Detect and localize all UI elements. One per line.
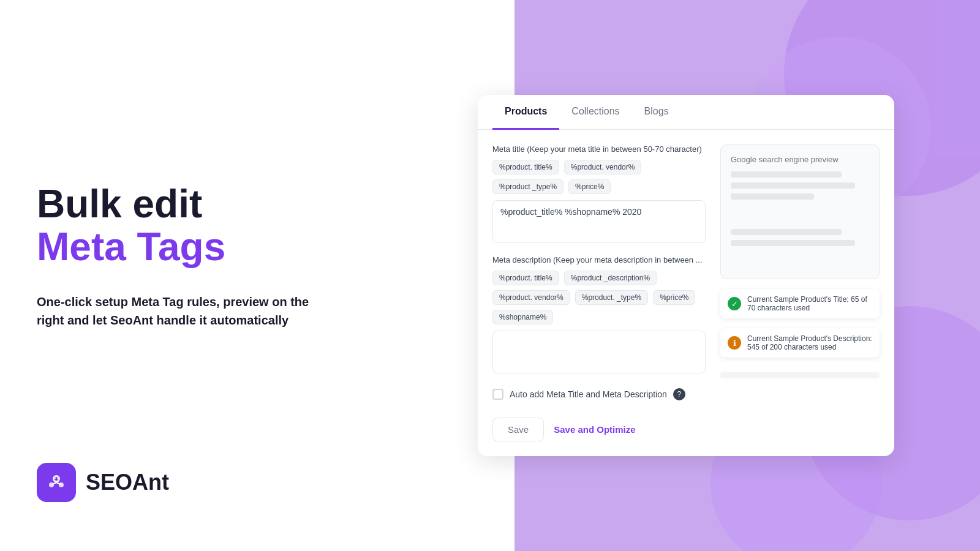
tag-desc-product-type[interactable]: %product. _type%: [575, 290, 648, 305]
left-panel: Bulk edit Meta Tags One-click setup Meta…: [0, 0, 392, 551]
logo-area: SEOAnt: [37, 463, 355, 502]
tag-product-vendor[interactable]: %product. vendor%: [564, 160, 642, 174]
status-badge-title: ✓ Current Sample Product's Title: 65 of …: [720, 289, 880, 318]
google-preview-title: Google search engine preview: [731, 155, 869, 164]
preview-bottom-line: [720, 372, 880, 378]
tag-desc-product-vendor[interactable]: %product. vendor%: [492, 290, 570, 305]
tag-desc-product-title[interactable]: %product. title%: [492, 271, 559, 285]
google-preview-box: Google search engine preview: [720, 144, 880, 279]
tag-desc-product-description[interactable]: %product _description%: [564, 271, 657, 285]
status-badge-description: ℹ Current Sample Product's Description: …: [720, 328, 880, 358]
preview-line-4: [731, 229, 842, 235]
meta-description-input[interactable]: [492, 331, 706, 373]
subtitle: One-click setup Meta Tag rules, preview …: [37, 293, 331, 329]
card-body: Meta title (Keep your meta title in betw…: [478, 130, 894, 456]
buttons-row: Save Save and Optimize: [492, 418, 706, 441]
tabs: Products Collections Blogs: [478, 95, 894, 130]
tag-price[interactable]: %price%: [568, 179, 611, 194]
status-description-text: Current Sample Product's Description: 54…: [747, 334, 872, 351]
status-title-text: Current Sample Product's Title: 65 of 70…: [747, 295, 872, 312]
tab-collections[interactable]: Collections: [559, 95, 631, 130]
auto-add-row: Auto add Meta Title and Meta Description…: [492, 388, 706, 400]
info-icon: ℹ: [728, 336, 741, 350]
tag-desc-shopname[interactable]: %shopname%: [492, 310, 553, 324]
headline-black: Bulk edit: [37, 182, 355, 225]
auto-add-checkbox[interactable]: [492, 389, 503, 400]
svg-point-7: [57, 478, 58, 479]
preview-line-1: [731, 171, 842, 178]
preview-line-2: [731, 182, 855, 189]
save-button[interactable]: Save: [492, 418, 544, 441]
tag-product-type[interactable]: %product _type%: [492, 179, 564, 194]
main-card: Products Collections Blogs Meta title (K…: [478, 95, 894, 456]
meta-description-label: Meta description (Keep your meta descrip…: [492, 255, 706, 264]
left-form: Meta title (Keep your meta title in betw…: [492, 144, 706, 441]
meta-title-section: Meta title (Keep your meta title in betw…: [492, 144, 706, 243]
tab-blogs[interactable]: Blogs: [632, 95, 681, 130]
left-content: Bulk edit Meta Tags One-click setup Meta…: [37, 49, 355, 438]
save-optimize-button[interactable]: Save and Optimize: [554, 418, 635, 441]
tab-products[interactable]: Products: [492, 95, 559, 130]
preview-line-3: [731, 193, 814, 200]
seoant-logo-icon: [37, 463, 76, 502]
headline-purple: Meta Tags: [37, 225, 355, 268]
meta-title-input[interactable]: %product_title% %shopname% 2020: [492, 200, 706, 243]
help-icon[interactable]: ?: [673, 388, 685, 400]
meta-description-section: Meta description (Keep your meta descrip…: [492, 255, 706, 373]
meta-description-tags: %product. title% %product _description% …: [492, 271, 706, 324]
auto-add-label: Auto add Meta Title and Meta Description: [510, 389, 667, 399]
preview-line-5: [731, 240, 855, 246]
meta-title-tags: %product. title% %product. vendor% %prod…: [492, 160, 706, 194]
svg-point-5: [55, 477, 58, 481]
tag-product-title[interactable]: %product. title%: [492, 160, 559, 174]
svg-point-6: [55, 478, 56, 479]
right-panel: Products Collections Blogs Meta title (K…: [392, 0, 980, 551]
meta-title-label: Meta title (Keep your meta title in betw…: [492, 144, 706, 154]
right-preview: Google search engine preview ✓ Current S…: [720, 144, 880, 441]
check-icon: ✓: [728, 297, 741, 310]
tag-desc-price[interactable]: %price%: [653, 290, 695, 305]
logo-text: SEOAnt: [86, 470, 169, 495]
